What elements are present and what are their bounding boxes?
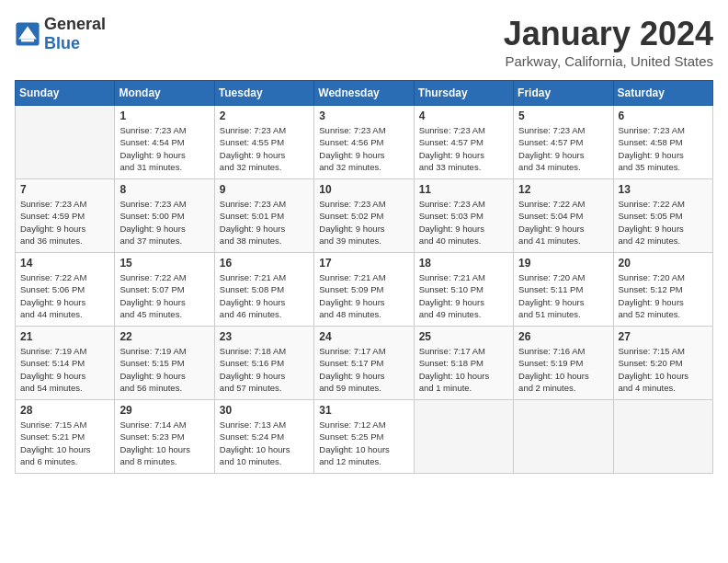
day-number: 29 xyxy=(119,404,209,417)
col-saturday: Saturday xyxy=(613,81,712,106)
day-info: Sunrise: 7:19 AM Sunset: 5:14 PM Dayligh… xyxy=(20,345,109,394)
day-info: Sunrise: 7:23 AM Sunset: 4:55 PM Dayligh… xyxy=(220,124,309,173)
day-info: Sunrise: 7:21 AM Sunset: 5:08 PM Dayligh… xyxy=(220,271,309,320)
day-info: Sunrise: 7:22 AM Sunset: 5:04 PM Dayligh… xyxy=(518,198,608,247)
calendar-cell: 6Sunrise: 7:23 AM Sunset: 4:58 PM Daylig… xyxy=(613,106,712,179)
day-number: 17 xyxy=(319,257,408,270)
col-tuesday: Tuesday xyxy=(214,81,313,106)
calendar-cell: 23Sunrise: 7:18 AM Sunset: 5:16 PM Dayli… xyxy=(214,327,313,400)
calendar-body: 1Sunrise: 7:23 AM Sunset: 4:54 PM Daylig… xyxy=(16,106,713,474)
day-info: Sunrise: 7:15 AM Sunset: 5:20 PM Dayligh… xyxy=(619,345,708,394)
calendar-header: Sunday Monday Tuesday Wednesday Thursday… xyxy=(16,81,713,106)
calendar-cell xyxy=(514,400,613,474)
col-monday: Monday xyxy=(115,81,214,106)
col-wednesday: Wednesday xyxy=(314,81,414,106)
calendar-cell: 13Sunrise: 7:22 AM Sunset: 5:05 PM Dayli… xyxy=(613,179,712,253)
calendar-cell: 16Sunrise: 7:21 AM Sunset: 5:08 PM Dayli… xyxy=(214,253,313,327)
day-info: Sunrise: 7:23 AM Sunset: 4:57 PM Dayligh… xyxy=(419,124,508,173)
day-info: Sunrise: 7:23 AM Sunset: 4:54 PM Dayligh… xyxy=(119,124,209,173)
col-friday: Friday xyxy=(514,81,613,106)
calendar-cell: 10Sunrise: 7:23 AM Sunset: 5:02 PM Dayli… xyxy=(314,179,414,253)
day-info: Sunrise: 7:23 AM Sunset: 5:01 PM Dayligh… xyxy=(220,198,309,247)
day-number: 10 xyxy=(319,183,408,196)
day-number: 31 xyxy=(319,404,408,417)
logo-text: General Blue xyxy=(44,15,106,53)
calendar-cell xyxy=(414,400,513,474)
calendar-cell xyxy=(613,400,712,474)
calendar-table: Sunday Monday Tuesday Wednesday Thursday… xyxy=(15,80,713,474)
logo: General Blue xyxy=(15,15,106,53)
day-info: Sunrise: 7:20 AM Sunset: 5:11 PM Dayligh… xyxy=(518,271,608,320)
day-info: Sunrise: 7:13 AM Sunset: 5:24 PM Dayligh… xyxy=(220,419,309,467)
calendar-cell: 31Sunrise: 7:12 AM Sunset: 5:25 PM Dayli… xyxy=(314,400,414,474)
day-number: 2 xyxy=(220,109,309,122)
day-info: Sunrise: 7:17 AM Sunset: 5:17 PM Dayligh… xyxy=(319,345,408,394)
week-row-1: 7Sunrise: 7:23 AM Sunset: 4:59 PM Daylig… xyxy=(16,179,713,253)
calendar-cell: 14Sunrise: 7:22 AM Sunset: 5:06 PM Dayli… xyxy=(16,253,115,327)
day-info: Sunrise: 7:22 AM Sunset: 5:07 PM Dayligh… xyxy=(119,271,209,320)
calendar-cell: 22Sunrise: 7:19 AM Sunset: 5:15 PM Dayli… xyxy=(115,327,214,400)
day-number: 4 xyxy=(419,109,508,122)
calendar-cell: 27Sunrise: 7:15 AM Sunset: 5:20 PM Dayli… xyxy=(613,327,712,400)
calendar-cell: 30Sunrise: 7:13 AM Sunset: 5:24 PM Dayli… xyxy=(214,400,313,474)
day-info: Sunrise: 7:23 AM Sunset: 5:00 PM Dayligh… xyxy=(119,198,209,247)
calendar-cell: 18Sunrise: 7:21 AM Sunset: 5:10 PM Dayli… xyxy=(414,253,513,327)
day-info: Sunrise: 7:23 AM Sunset: 5:03 PM Dayligh… xyxy=(419,198,508,247)
day-number: 9 xyxy=(220,183,309,196)
day-info: Sunrise: 7:22 AM Sunset: 5:06 PM Dayligh… xyxy=(20,271,109,320)
day-number: 5 xyxy=(518,109,608,122)
calendar-cell xyxy=(16,106,115,179)
calendar-cell: 4Sunrise: 7:23 AM Sunset: 4:57 PM Daylig… xyxy=(414,106,513,179)
day-number: 8 xyxy=(119,183,209,196)
week-row-2: 14Sunrise: 7:22 AM Sunset: 5:06 PM Dayli… xyxy=(16,253,713,327)
calendar-cell: 11Sunrise: 7:23 AM Sunset: 5:03 PM Dayli… xyxy=(414,179,513,253)
month-title: January 2024 xyxy=(504,15,713,53)
day-number: 6 xyxy=(619,109,708,122)
calendar-cell: 8Sunrise: 7:23 AM Sunset: 5:00 PM Daylig… xyxy=(115,179,214,253)
calendar-cell: 17Sunrise: 7:21 AM Sunset: 5:09 PM Dayli… xyxy=(314,253,414,327)
logo-icon xyxy=(15,21,40,47)
day-number: 30 xyxy=(220,404,309,417)
day-info: Sunrise: 7:22 AM Sunset: 5:05 PM Dayligh… xyxy=(619,198,708,247)
day-number: 23 xyxy=(220,330,309,343)
day-number: 20 xyxy=(619,257,708,270)
calendar-cell: 5Sunrise: 7:23 AM Sunset: 4:57 PM Daylig… xyxy=(514,106,613,179)
day-info: Sunrise: 7:21 AM Sunset: 5:09 PM Dayligh… xyxy=(319,271,408,320)
day-number: 12 xyxy=(518,183,608,196)
day-info: Sunrise: 7:23 AM Sunset: 4:56 PM Dayligh… xyxy=(319,124,408,173)
day-number: 3 xyxy=(319,109,408,122)
day-number: 15 xyxy=(119,257,209,270)
col-thursday: Thursday xyxy=(414,81,513,106)
day-number: 25 xyxy=(419,330,508,343)
day-info: Sunrise: 7:14 AM Sunset: 5:23 PM Dayligh… xyxy=(119,419,209,467)
svg-rect-2 xyxy=(21,40,34,42)
location-title: Parkway, California, United States xyxy=(504,53,713,69)
logo-general: General xyxy=(44,15,106,33)
day-number: 14 xyxy=(20,257,109,270)
calendar-cell: 21Sunrise: 7:19 AM Sunset: 5:14 PM Dayli… xyxy=(16,327,115,400)
calendar-cell: 3Sunrise: 7:23 AM Sunset: 4:56 PM Daylig… xyxy=(314,106,414,179)
day-info: Sunrise: 7:16 AM Sunset: 5:19 PM Dayligh… xyxy=(518,345,608,394)
calendar-cell: 25Sunrise: 7:17 AM Sunset: 5:18 PM Dayli… xyxy=(414,327,513,400)
calendar-cell: 12Sunrise: 7:22 AM Sunset: 5:04 PM Dayli… xyxy=(514,179,613,253)
calendar-cell: 28Sunrise: 7:15 AM Sunset: 5:21 PM Dayli… xyxy=(16,400,115,474)
day-number: 16 xyxy=(220,257,309,270)
day-info: Sunrise: 7:19 AM Sunset: 5:15 PM Dayligh… xyxy=(119,345,209,394)
calendar-cell: 29Sunrise: 7:14 AM Sunset: 5:23 PM Dayli… xyxy=(115,400,214,474)
calendar-cell: 9Sunrise: 7:23 AM Sunset: 5:01 PM Daylig… xyxy=(214,179,313,253)
day-number: 24 xyxy=(319,330,408,343)
day-info: Sunrise: 7:23 AM Sunset: 4:58 PM Dayligh… xyxy=(619,124,708,173)
day-number: 27 xyxy=(619,330,708,343)
day-info: Sunrise: 7:23 AM Sunset: 4:59 PM Dayligh… xyxy=(20,198,109,247)
header-row: Sunday Monday Tuesday Wednesday Thursday… xyxy=(16,81,713,106)
calendar-cell: 7Sunrise: 7:23 AM Sunset: 4:59 PM Daylig… xyxy=(16,179,115,253)
day-info: Sunrise: 7:23 AM Sunset: 5:02 PM Dayligh… xyxy=(319,198,408,247)
calendar-cell: 20Sunrise: 7:20 AM Sunset: 5:12 PM Dayli… xyxy=(613,253,712,327)
day-info: Sunrise: 7:20 AM Sunset: 5:12 PM Dayligh… xyxy=(619,271,708,320)
week-row-3: 21Sunrise: 7:19 AM Sunset: 5:14 PM Dayli… xyxy=(16,327,713,400)
col-sunday: Sunday xyxy=(16,81,115,106)
title-area: January 2024 Parkway, California, United… xyxy=(504,15,713,69)
day-info: Sunrise: 7:21 AM Sunset: 5:10 PM Dayligh… xyxy=(419,271,508,320)
day-number: 13 xyxy=(619,183,708,196)
calendar-cell: 24Sunrise: 7:17 AM Sunset: 5:17 PM Dayli… xyxy=(314,327,414,400)
